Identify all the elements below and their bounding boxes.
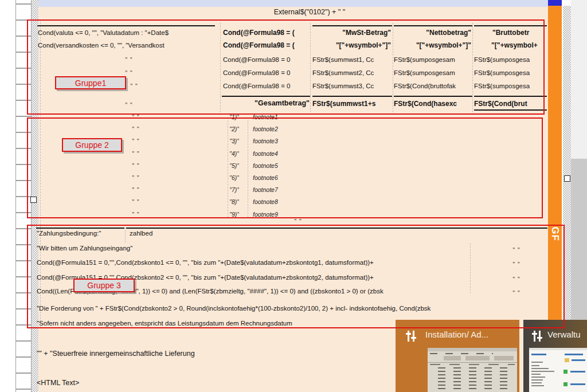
selection-handle-right[interactable] xyxy=(564,175,570,182)
sliders-icon xyxy=(406,330,416,343)
taskbar-preview-installation[interactable]: Installation/ Ad... xyxy=(396,320,519,392)
group1-annotation-label: Gruppe1 xyxy=(55,76,126,89)
preview-thumbnail[interactable] xyxy=(529,348,587,392)
group2-annotation-label: Gruppe 2 xyxy=(62,138,122,152)
html-object-placeholder[interactable]: <HTML Text> xyxy=(37,379,151,387)
report-designer-canvas: GF External$("0102") + " " Cond(valuta <… xyxy=(0,0,587,392)
group2-annotation-box xyxy=(27,117,543,218)
preview-title: Verwaltu xyxy=(547,330,587,339)
selection-handle-left[interactable] xyxy=(30,197,37,203)
sliders-icon xyxy=(532,330,542,343)
band-indicator-blue[interactable] xyxy=(548,0,562,6)
formula-cell[interactable]: "" + "Steuerfreie innergemeinschaftliche… xyxy=(37,350,381,358)
taskbar-preview-verwaltung[interactable]: Verwaltu xyxy=(523,320,587,392)
header-band-row xyxy=(38,0,548,7)
preview-thumbnail[interactable] xyxy=(428,348,517,392)
group1-annotation-box xyxy=(27,19,545,115)
preview-title: Installation/ Ad... xyxy=(425,330,511,339)
group3-annotation-label: Gruppe 3 xyxy=(73,279,135,292)
workspace-background-top xyxy=(571,0,587,159)
group3-annotation-box xyxy=(27,225,565,328)
band-header-formula[interactable]: External$("0102") + " " xyxy=(172,8,447,17)
